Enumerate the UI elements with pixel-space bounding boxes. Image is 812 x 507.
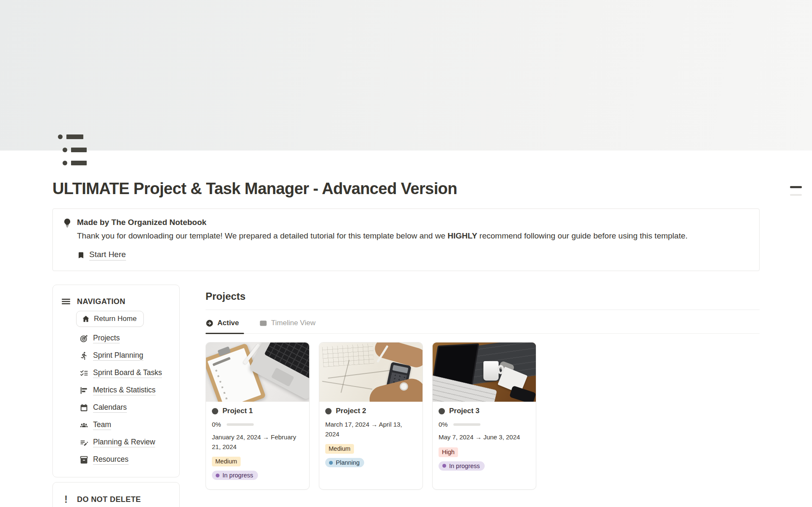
- progress-value: 0%: [212, 421, 221, 428]
- hamburger-menu-icon: [60, 296, 71, 307]
- status-tag: In progress: [212, 471, 258, 480]
- return-home-label: Return Home: [94, 315, 137, 323]
- project-2-cover-photo: [319, 343, 422, 402]
- project-card-2[interactable]: Project 2 March 17, 2024 → April 13, 202…: [319, 342, 423, 490]
- sidebar-item-resources[interactable]: Resources: [80, 451, 172, 469]
- sidebar-item-projects[interactable]: Projects: [80, 330, 172, 347]
- project-dates: January 24, 2024 → February 21, 2024: [212, 433, 303, 452]
- progress-value: 0%: [439, 421, 448, 428]
- people-icon: [80, 421, 88, 430]
- callout-title: Made by The Organized Notebook: [77, 217, 688, 228]
- sidebar-item-planning-review[interactable]: Planning & Review: [80, 434, 172, 451]
- sidebar-item-metrics-statistics[interactable]: Metrics & Statistics: [80, 382, 172, 399]
- project-card-1[interactable]: Project 1 0% January 24, 2024 → February…: [206, 342, 310, 490]
- project-card-3[interactable]: Project 3 0% May 7, 2024 → June 3, 2024 …: [432, 342, 536, 490]
- navigation-sidebar: NAVIGATION Return Home Projec: [52, 285, 180, 507]
- sidebar-item-calendars[interactable]: Calendars: [80, 399, 172, 417]
- photo-coffee-mug: [483, 361, 499, 381]
- do-not-delete-header: ! DO NOT DELETE: [60, 493, 172, 505]
- sidebar-item-team[interactable]: Team: [80, 417, 172, 434]
- bulleted-list-row: [58, 160, 93, 165]
- lightbulb-icon: [62, 218, 72, 228]
- project-dates: May 7, 2024 → June 3, 2024: [439, 433, 530, 442]
- callout-body: Thank you for downloading our template! …: [77, 230, 688, 242]
- do-not-delete-title: DO NOT DELETE: [77, 495, 141, 504]
- progress-bar: [453, 423, 480, 426]
- exclamation-icon: !: [60, 493, 71, 505]
- project-title-row: Project 3: [439, 407, 530, 415]
- view-tabs: Active Timeline View: [206, 319, 760, 334]
- bar-chart-icon: [80, 386, 88, 395]
- tab-timeline-label: Timeline View: [271, 319, 315, 327]
- project-gallery: Project 1 0% January 24, 2024 → February…: [206, 342, 760, 490]
- sidebar-item-sprint-board-tasks[interactable]: Sprint Board & Tasks: [80, 364, 172, 382]
- archive-box-icon: [80, 455, 88, 464]
- priority-tag: Medium: [325, 444, 354, 454]
- project-dates: March 17, 2024 → April 13, 2024: [325, 420, 417, 439]
- page-circle-icon: [439, 408, 445, 414]
- page-circle-icon: [212, 408, 218, 414]
- project-1-cover-photo: [206, 343, 309, 402]
- edit-note-icon: [80, 438, 88, 447]
- progress-row: 0%: [212, 421, 303, 428]
- board-view-icon: [259, 319, 267, 327]
- project-title-row: Project 2: [325, 407, 417, 415]
- divider: [206, 310, 760, 310]
- page-cover-image: [0, 0, 812, 151]
- made-by-callout: Made by The Organized Notebook Thank you…: [52, 208, 760, 271]
- runner-icon: [80, 351, 88, 360]
- tab-timeline-view[interactable]: Timeline View: [259, 319, 321, 333]
- bulleted-list-row: [58, 147, 93, 152]
- navigation-header: NAVIGATION: [60, 296, 172, 307]
- toc-bar-current: [790, 186, 802, 188]
- arrow-circle-right-icon: [206, 319, 214, 327]
- bookmark-icon: [77, 251, 85, 259]
- main-content: Projects Active Timeline View: [206, 285, 760, 490]
- project-3-cover-photo: [433, 343, 536, 402]
- page-icon-bulleted-list[interactable]: [58, 134, 93, 165]
- table-of-contents-indicator[interactable]: [790, 186, 802, 196]
- page-title: ULTIMATE Project & Task Manager - Advanc…: [52, 151, 760, 198]
- tab-active-label: Active: [217, 319, 239, 327]
- status-tag: In progress: [439, 461, 485, 471]
- return-home-button[interactable]: Return Home: [76, 311, 144, 327]
- navigation-card: NAVIGATION Return Home Projec: [52, 285, 180, 477]
- progress-bar: [227, 423, 254, 426]
- project-title-row: Project 1: [212, 407, 303, 415]
- navigation-title: NAVIGATION: [77, 297, 125, 306]
- status-tag: Planning: [325, 458, 364, 467]
- home-icon: [82, 315, 90, 323]
- bulleted-list-row: [58, 134, 93, 139]
- start-here-link[interactable]: Start Here: [77, 250, 688, 260]
- progress-row: 0%: [439, 421, 530, 428]
- navigation-list: Projects Sprint Planning S: [80, 330, 172, 469]
- toc-bar: [790, 194, 802, 196]
- priority-tag: High: [439, 447, 458, 457]
- status-dot: [329, 461, 333, 465]
- page-circle-icon: [325, 408, 332, 414]
- tab-active[interactable]: Active: [206, 319, 244, 333]
- projects-heading: Projects: [206, 290, 760, 302]
- status-dot: [442, 464, 446, 468]
- target-icon: [80, 334, 88, 343]
- calendar-icon: [80, 403, 88, 412]
- notion-page: ULTIMATE Project & Task Manager - Advanc…: [0, 0, 812, 507]
- sidebar-item-sprint-planning[interactable]: Sprint Planning: [80, 347, 172, 364]
- checklist-icon: [80, 369, 88, 378]
- do-not-delete-card: ! DO NOT DELETE DATABASES: [52, 482, 180, 507]
- callout-content: Made by The Organized Notebook Thank you…: [77, 217, 688, 260]
- status-dot: [216, 474, 219, 477]
- start-here-label: Start Here: [89, 250, 126, 260]
- priority-tag: Medium: [212, 457, 241, 466]
